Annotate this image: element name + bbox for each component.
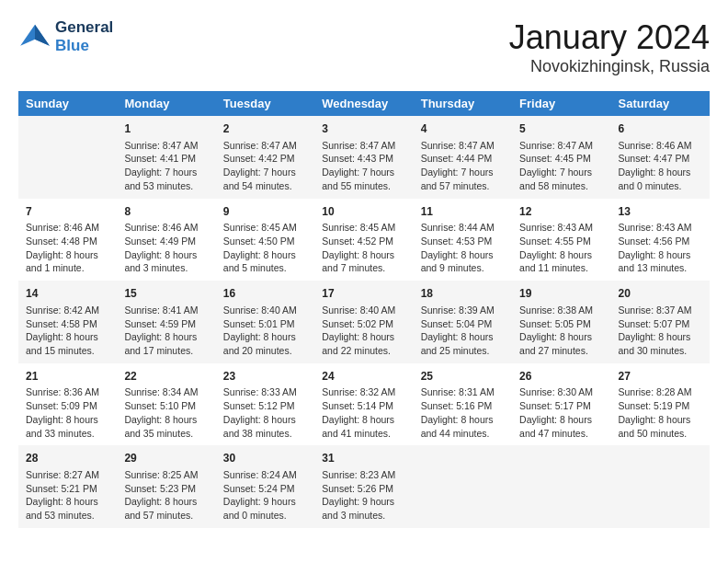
- day-number: 21: [26, 369, 109, 385]
- day-info: Sunrise: 8:25 AM Sunset: 5:23 PM Dayligh…: [124, 468, 208, 523]
- day-cell: 31Sunrise: 8:23 AM Sunset: 5:26 PM Dayli…: [314, 445, 413, 528]
- day-info: Sunrise: 8:27 AM Sunset: 5:21 PM Dayligh…: [26, 468, 109, 523]
- day-cell: 9Sunrise: 8:45 AM Sunset: 4:50 PM Daylig…: [216, 199, 314, 282]
- calendar-body: 1Sunrise: 8:47 AM Sunset: 4:41 PM Daylig…: [18, 116, 710, 528]
- day-number: 22: [124, 369, 208, 385]
- day-info: Sunrise: 8:23 AM Sunset: 5:26 PM Dayligh…: [322, 468, 405, 523]
- day-number: 27: [619, 369, 702, 385]
- day-cell: 17Sunrise: 8:40 AM Sunset: 5:02 PM Dayli…: [314, 281, 413, 363]
- day-cell: 22Sunrise: 8:34 AM Sunset: 5:10 PM Dayli…: [117, 363, 215, 446]
- day-number: 13: [619, 204, 702, 220]
- day-number: 18: [421, 286, 505, 302]
- day-info: Sunrise: 8:37 AM Sunset: 5:07 PM Dayligh…: [619, 304, 702, 358]
- day-number: 2: [223, 121, 307, 137]
- day-cell: 12Sunrise: 8:43 AM Sunset: 4:55 PM Dayli…: [512, 199, 610, 282]
- day-number: 24: [322, 369, 405, 385]
- day-cell: 8Sunrise: 8:46 AM Sunset: 4:49 PM Daylig…: [117, 199, 215, 282]
- day-info: Sunrise: 8:40 AM Sunset: 5:02 PM Dayligh…: [322, 304, 405, 358]
- day-number: 15: [124, 286, 208, 302]
- day-info: Sunrise: 8:32 AM Sunset: 5:14 PM Dayligh…: [322, 385, 405, 440]
- day-number: 28: [26, 451, 109, 466]
- day-number: 11: [421, 204, 505, 220]
- day-cell: 25Sunrise: 8:31 AM Sunset: 5:16 PM Dayli…: [414, 363, 512, 446]
- day-cell: [512, 445, 610, 528]
- day-cell: 23Sunrise: 8:33 AM Sunset: 5:12 PM Dayli…: [216, 363, 314, 446]
- day-cell: 2Sunrise: 8:47 AM Sunset: 4:42 PM Daylig…: [216, 116, 314, 199]
- day-number: 3: [322, 121, 405, 137]
- day-cell: 11Sunrise: 8:44 AM Sunset: 4:53 PM Dayli…: [414, 199, 512, 282]
- day-cell: 1Sunrise: 8:47 AM Sunset: 4:41 PM Daylig…: [117, 116, 215, 199]
- day-cell: [414, 445, 512, 528]
- day-info: Sunrise: 8:38 AM Sunset: 5:05 PM Dayligh…: [519, 304, 603, 358]
- location-title: Novokizhinginsk, Russia: [509, 57, 710, 76]
- day-cell: 6Sunrise: 8:46 AM Sunset: 4:47 PM Daylig…: [611, 116, 710, 199]
- day-info: Sunrise: 8:33 AM Sunset: 5:12 PM Dayligh…: [223, 385, 307, 440]
- week-row-1: 1Sunrise: 8:47 AM Sunset: 4:41 PM Daylig…: [18, 116, 710, 199]
- day-info: Sunrise: 8:42 AM Sunset: 4:58 PM Dayligh…: [26, 304, 109, 358]
- week-row-4: 21Sunrise: 8:36 AM Sunset: 5:09 PM Dayli…: [18, 363, 710, 446]
- page-header: General Blue January 2024 Novokizhingins…: [18, 18, 710, 76]
- day-number: 5: [519, 121, 603, 137]
- day-info: Sunrise: 8:47 AM Sunset: 4:45 PM Dayligh…: [519, 139, 603, 193]
- day-cell: 14Sunrise: 8:42 AM Sunset: 4:58 PM Dayli…: [18, 281, 117, 363]
- calendar-table: SundayMondayTuesdayWednesdayThursdayFrid…: [18, 91, 710, 528]
- day-cell: 13Sunrise: 8:43 AM Sunset: 4:56 PM Dayli…: [611, 199, 710, 282]
- days-header-row: SundayMondayTuesdayWednesdayThursdayFrid…: [18, 91, 710, 116]
- day-cell: 19Sunrise: 8:38 AM Sunset: 5:05 PM Dayli…: [512, 281, 610, 363]
- day-cell: 21Sunrise: 8:36 AM Sunset: 5:09 PM Dayli…: [18, 363, 117, 446]
- week-row-5: 28Sunrise: 8:27 AM Sunset: 5:21 PM Dayli…: [18, 445, 710, 528]
- day-number: 12: [519, 204, 603, 220]
- day-number: 19: [519, 286, 603, 302]
- day-number: 30: [223, 451, 307, 466]
- day-info: Sunrise: 8:46 AM Sunset: 4:48 PM Dayligh…: [26, 221, 109, 275]
- day-info: Sunrise: 8:43 AM Sunset: 4:56 PM Dayligh…: [619, 221, 702, 275]
- day-info: Sunrise: 8:45 AM Sunset: 4:52 PM Dayligh…: [322, 221, 405, 275]
- week-row-2: 7Sunrise: 8:46 AM Sunset: 4:48 PM Daylig…: [18, 199, 710, 282]
- day-cell: 28Sunrise: 8:27 AM Sunset: 5:21 PM Dayli…: [18, 445, 117, 528]
- day-number: 20: [619, 286, 702, 302]
- day-info: Sunrise: 8:34 AM Sunset: 5:10 PM Dayligh…: [124, 385, 208, 440]
- day-info: Sunrise: 8:47 AM Sunset: 4:43 PM Dayligh…: [322, 139, 405, 193]
- day-number: 16: [223, 286, 307, 302]
- day-cell: 3Sunrise: 8:47 AM Sunset: 4:43 PM Daylig…: [314, 116, 413, 199]
- day-cell: 18Sunrise: 8:39 AM Sunset: 5:04 PM Dayli…: [414, 281, 512, 363]
- svg-marker-1: [35, 25, 50, 46]
- day-number: 6: [619, 121, 702, 137]
- day-info: Sunrise: 8:28 AM Sunset: 5:19 PM Dayligh…: [619, 385, 702, 440]
- day-number: 14: [26, 286, 109, 302]
- logo-text: General Blue: [55, 18, 113, 55]
- day-number: 31: [322, 451, 405, 466]
- day-info: Sunrise: 8:24 AM Sunset: 5:24 PM Dayligh…: [223, 468, 307, 523]
- day-header-monday: Monday: [117, 91, 215, 116]
- day-number: 10: [322, 204, 405, 220]
- day-cell: 7Sunrise: 8:46 AM Sunset: 4:48 PM Daylig…: [18, 199, 117, 282]
- logo-icon: [18, 23, 51, 51]
- day-cell: [611, 445, 710, 528]
- day-number: 8: [124, 204, 208, 220]
- day-info: Sunrise: 8:47 AM Sunset: 4:44 PM Dayligh…: [421, 139, 505, 193]
- day-cell: 30Sunrise: 8:24 AM Sunset: 5:24 PM Dayli…: [216, 445, 314, 528]
- day-number: 23: [223, 369, 307, 385]
- day-cell: 24Sunrise: 8:32 AM Sunset: 5:14 PM Dayli…: [314, 363, 413, 446]
- day-number: 25: [421, 369, 505, 385]
- day-number: 4: [421, 121, 505, 137]
- day-info: Sunrise: 8:36 AM Sunset: 5:09 PM Dayligh…: [26, 385, 109, 440]
- day-cell: 5Sunrise: 8:47 AM Sunset: 4:45 PM Daylig…: [512, 116, 610, 199]
- day-cell: 26Sunrise: 8:30 AM Sunset: 5:17 PM Dayli…: [512, 363, 610, 446]
- day-header-saturday: Saturday: [611, 91, 710, 116]
- day-header-friday: Friday: [512, 91, 610, 116]
- day-number: 17: [322, 286, 405, 302]
- day-info: Sunrise: 8:43 AM Sunset: 4:55 PM Dayligh…: [519, 221, 603, 275]
- day-info: Sunrise: 8:41 AM Sunset: 4:59 PM Dayligh…: [124, 304, 208, 358]
- day-info: Sunrise: 8:31 AM Sunset: 5:16 PM Dayligh…: [421, 385, 505, 440]
- day-info: Sunrise: 8:40 AM Sunset: 5:01 PM Dayligh…: [223, 304, 307, 358]
- day-info: Sunrise: 8:47 AM Sunset: 4:42 PM Dayligh…: [223, 139, 307, 193]
- day-cell: 4Sunrise: 8:47 AM Sunset: 4:44 PM Daylig…: [414, 116, 512, 199]
- day-info: Sunrise: 8:30 AM Sunset: 5:17 PM Dayligh…: [519, 385, 603, 440]
- day-info: Sunrise: 8:46 AM Sunset: 4:47 PM Dayligh…: [619, 139, 702, 193]
- day-cell: 10Sunrise: 8:45 AM Sunset: 4:52 PM Dayli…: [314, 199, 413, 282]
- day-header-sunday: Sunday: [18, 91, 117, 116]
- day-header-thursday: Thursday: [414, 91, 512, 116]
- day-number: 29: [124, 451, 208, 466]
- day-info: Sunrise: 8:46 AM Sunset: 4:49 PM Dayligh…: [124, 221, 208, 275]
